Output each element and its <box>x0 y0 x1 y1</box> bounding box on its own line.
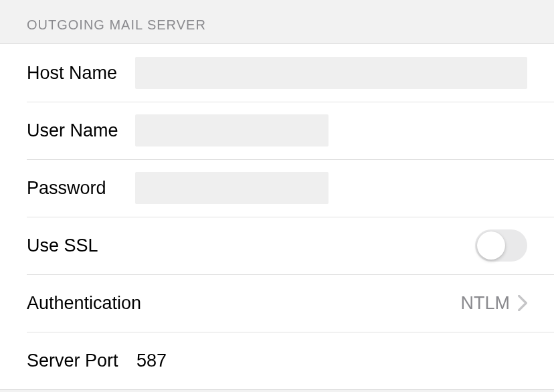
password-input[interactable] <box>135 172 329 204</box>
server-port-row[interactable]: Server Port 587 <box>0 332 554 389</box>
authentication-row[interactable]: Authentication NTLM <box>0 274 554 332</box>
host-name-label: Host Name <box>27 63 131 84</box>
server-port-label: Server Port <box>27 351 131 371</box>
password-row[interactable]: Password <box>0 159 554 217</box>
user-name-label: User Name <box>27 120 131 141</box>
section-header: OUTGOING MAIL SERVER <box>0 0 554 43</box>
password-label: Password <box>27 178 131 199</box>
authentication-label: Authentication <box>27 293 141 314</box>
use-ssl-row: Use SSL <box>0 217 554 274</box>
host-name-row[interactable]: Host Name <box>0 44 554 102</box>
user-name-input[interactable] <box>135 114 329 146</box>
toggle-knob <box>477 231 505 260</box>
chevron-right-icon <box>518 295 527 311</box>
use-ssl-label: Use SSL <box>27 235 131 256</box>
use-ssl-toggle[interactable] <box>475 229 527 262</box>
authentication-value: NTLM <box>461 293 511 314</box>
settings-group: Host Name User Name Password Use SSL Aut… <box>0 43 554 390</box>
server-port-value[interactable]: 587 <box>136 351 167 371</box>
user-name-row[interactable]: User Name <box>0 102 554 159</box>
host-name-input[interactable] <box>135 57 527 89</box>
